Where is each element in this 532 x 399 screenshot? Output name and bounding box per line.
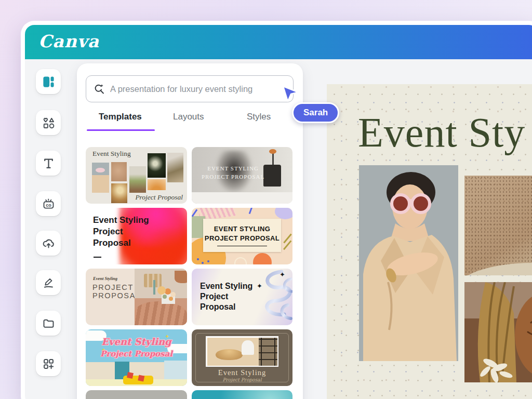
- template-eyebrow: Event Styling: [93, 276, 117, 281]
- collage-photo: [148, 153, 166, 178]
- decor-vase: [272, 152, 274, 166]
- collage-photo: [111, 183, 127, 203]
- sparkle-icon: ✦: [280, 271, 285, 278]
- sidebar-item-apps[interactable]: [36, 351, 61, 376]
- decor-shape: [283, 234, 291, 244]
- collage-photo: [148, 179, 166, 190]
- text-icon: [42, 156, 56, 170]
- apps-icon: [42, 357, 56, 371]
- template-thumb-gray[interactable]: [86, 390, 187, 399]
- sidebar-item-projects[interactable]: [36, 311, 61, 336]
- template-thumb-photo-serif[interactable]: EVENT STYLING PROJECT PROPOSAL: [192, 147, 292, 204]
- decor-shape: [249, 208, 253, 214]
- title-box: EVENT STYLING PROJECT PROPOSAL: [203, 219, 281, 252]
- template-title: EVENT STYLING PROJECT PROPOSAL: [200, 164, 267, 181]
- template-thumb-pink-gradient[interactable]: Event Styling Project Proposal: [86, 208, 187, 264]
- template-grid: Event Styling Project Proposal EVENT STY…: [86, 147, 292, 399]
- template-thumb-chrome-swirl[interactable]: ✦ ✦ Event Styling Project Proposal: [192, 269, 292, 325]
- svg-text:co: co: [46, 202, 51, 207]
- tab-templates[interactable]: Templates: [99, 112, 142, 122]
- sidebar-item-draw[interactable]: [36, 270, 61, 295]
- template-title: Event Styling Project Proposal: [200, 281, 258, 312]
- projects-icon: [42, 316, 56, 330]
- template-subtitle: Project Proposal: [135, 193, 183, 202]
- collage-photo: [92, 163, 109, 193]
- photo-woman-pink-sunglasses[interactable]: [359, 165, 458, 361]
- template-thumb-elegant-photo[interactable]: Event Styling PROJECT PROPOSAL: [86, 269, 187, 325]
- active-tab-indicator: [87, 129, 155, 131]
- templates-panel: Templates Layouts Styles Event Styling P…: [77, 63, 303, 399]
- canva-logo[interactable]: Canva: [38, 31, 99, 51]
- decor-shape: [234, 257, 247, 264]
- sidebar-item-brand[interactable]: co: [36, 191, 61, 216]
- uploads-icon: [42, 236, 56, 250]
- app-window: Canva c: [21, 21, 532, 399]
- search-input[interactable]: [86, 75, 294, 102]
- template-thumb-retro-cartoon[interactable]: ✦ ✦ Event Styling Project Proposal: [86, 329, 187, 386]
- draw-icon: [42, 276, 56, 290]
- decor-shape: [275, 208, 292, 219]
- template-thumb-collage[interactable]: Event Styling Project Proposal: [86, 147, 187, 204]
- decor-dash: [94, 257, 101, 258]
- collage-photo: [111, 162, 127, 181]
- app-header: Canva: [25, 25, 532, 59]
- slide-title[interactable]: Event Sty: [358, 109, 525, 156]
- decor-shape: [253, 253, 272, 264]
- decor-couch: [123, 376, 153, 384]
- elements-icon: [42, 116, 56, 130]
- collaborator-label: Sarah: [292, 102, 339, 123]
- sidebar-item-design[interactable]: [36, 69, 61, 94]
- template-thumb-teal[interactable]: [192, 390, 292, 399]
- sidebar-item-elements[interactable]: [36, 110, 61, 135]
- photo-sand-texture[interactable]: [464, 176, 532, 275]
- ai-search-icon: [92, 82, 106, 96]
- design-icon: [42, 75, 56, 89]
- decor-photo: [135, 269, 187, 325]
- collaborator-cursor-icon: [282, 85, 300, 103]
- sidebar-item-text[interactable]: [36, 151, 61, 176]
- template-title: Event Styling: [92, 150, 131, 158]
- decor-shape: [197, 258, 199, 260]
- collage-photo: [167, 153, 183, 182]
- brand-icon: co: [42, 197, 56, 211]
- template-thumb-abstract-shapes[interactable]: EVENT STYLING PROJECT PROPOSAL: [192, 208, 292, 264]
- template-title: Event Styling Project Proposal: [93, 215, 161, 248]
- decor-underline: [217, 246, 267, 246]
- canvas-page[interactable]: Event Sty: [327, 84, 532, 399]
- search-bar: [86, 75, 294, 102]
- sidebar-item-uploads[interactable]: [36, 231, 61, 256]
- tab-layouts[interactable]: Layouts: [173, 112, 204, 122]
- decor-photo: [206, 336, 278, 367]
- canva-editor: Canva c: [25, 25, 532, 399]
- template-thumb-brown-photo[interactable]: Event Styling Project Proposal: [192, 329, 292, 386]
- decor-wall: [164, 361, 187, 379]
- tab-styles[interactable]: Styles: [247, 112, 271, 122]
- collage-photo: [129, 166, 146, 193]
- photo-woman-flowers[interactable]: [464, 282, 532, 382]
